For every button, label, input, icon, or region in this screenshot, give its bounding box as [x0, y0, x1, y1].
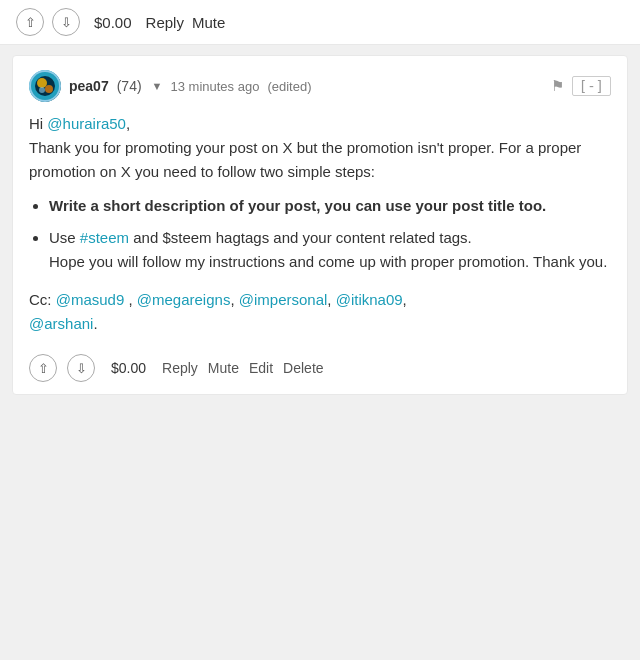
comment-bullet-list: Write a short description of your post, … [49, 194, 611, 274]
svg-point-3 [37, 78, 47, 88]
comment-header: pea07 (74) ▼ 13 minutes ago (edited) ⚑ [… [29, 70, 611, 102]
upvote-icon: ⇧ [25, 15, 36, 30]
collapse-button[interactable]: [-] [572, 76, 611, 96]
flag-icon[interactable]: ⚑ [551, 77, 564, 95]
comment-payout: $0.00 [111, 360, 146, 376]
mention-impersonal[interactable]: @impersonal [239, 291, 328, 308]
comment-upvote-icon: ⇧ [38, 361, 49, 376]
bullet-1-text: Write a short description of your post, … [49, 197, 546, 214]
reply-button[interactable]: Reply [146, 14, 184, 31]
mention-masud9[interactable]: @masud9 [56, 291, 125, 308]
mention-itikna09[interactable]: @itikna09 [336, 291, 403, 308]
comment-delete-button[interactable]: Delete [283, 360, 323, 376]
dropdown-icon[interactable]: ▼ [152, 80, 163, 92]
hashtag-steem[interactable]: #steem [80, 229, 129, 246]
bullet-item-1: Write a short description of your post, … [49, 194, 611, 218]
comment-bottom-bar: ⇧ ⇩ $0.00 Reply Mute Edit Delete [29, 350, 611, 382]
bullet-item-2: Use #steem and $steem hagtags and your c… [49, 226, 611, 274]
comment-mute-button[interactable]: Mute [208, 360, 239, 376]
author-username[interactable]: pea07 [69, 78, 109, 94]
cc-label: Cc: [29, 291, 52, 308]
upvote-button[interactable]: ⇧ [16, 8, 44, 36]
comment-downvote-button[interactable]: ⇩ [67, 354, 95, 382]
top-action-bar: ⇧ ⇩ $0.00 Reply Mute [0, 0, 640, 45]
comment-upvote-button[interactable]: ⇧ [29, 354, 57, 382]
author-info: pea07 (74) ▼ 13 minutes ago (edited) [29, 70, 311, 102]
svg-point-5 [39, 87, 45, 93]
edited-label: (edited) [267, 79, 311, 94]
mention-arshani[interactable]: @arshani [29, 315, 93, 332]
mention-huraira[interactable]: @huraira50 [47, 115, 126, 132]
comment-edit-button[interactable]: Edit [249, 360, 273, 376]
cc-line: Cc: @masud9 , @megareigns, @impersonal, … [29, 288, 611, 336]
comment-body: Hi @huraira50, Thank you for promoting y… [29, 112, 611, 336]
downvote-icon: ⇩ [61, 15, 72, 30]
downvote-button[interactable]: ⇩ [52, 8, 80, 36]
mention-megareigns[interactable]: @megareigns [137, 291, 231, 308]
comment-card: pea07 (74) ▼ 13 minutes ago (edited) ⚑ [… [12, 55, 628, 395]
avatar [29, 70, 61, 102]
author-reputation: (74) [117, 78, 142, 94]
comment-greeting: Hi @huraira50, [29, 112, 611, 136]
comment-intro-text: Thank you for promoting your post on X b… [29, 136, 611, 184]
header-actions: ⚑ [-] [551, 76, 611, 96]
svg-point-4 [45, 85, 53, 93]
payout-amount: $0.00 [94, 14, 132, 31]
comment-downvote-icon: ⇩ [76, 361, 87, 376]
comment-reply-button[interactable]: Reply [162, 360, 198, 376]
mute-button[interactable]: Mute [192, 14, 225, 31]
comment-timestamp: 13 minutes ago [171, 79, 260, 94]
